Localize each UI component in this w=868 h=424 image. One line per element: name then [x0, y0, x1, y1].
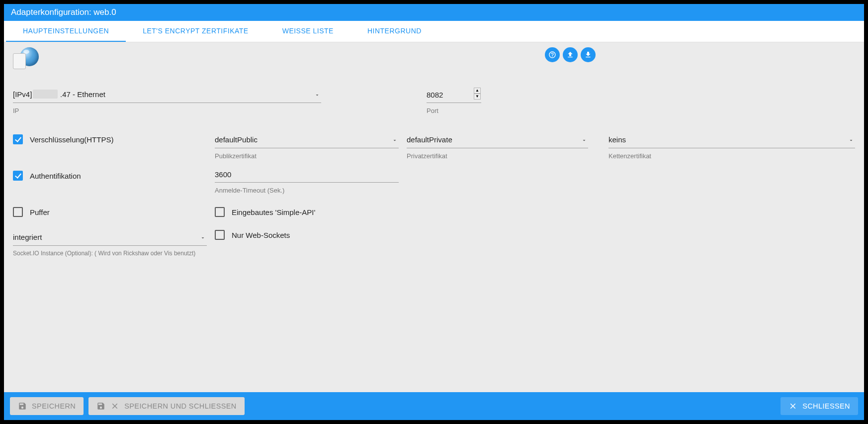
simple-api-checkbox-row: Eingebautes 'Simple-API' [215, 204, 399, 220]
private-cert-wrap: defaultPrivate Privatzertifikat [407, 131, 588, 160]
buffer-checkbox[interactable] [13, 207, 23, 217]
ip-redacted [33, 90, 58, 99]
ip-field-wrap: [IPv4] xxxxxxx.47 - Ethernet IP [13, 86, 321, 114]
ip-helper: IP [13, 107, 321, 114]
public-cert-select[interactable]: defaultPublic [215, 131, 399, 148]
save-label: SPEICHERN [32, 402, 76, 410]
public-cert-helper: Publikzertifikat [215, 152, 399, 160]
buffer-checkbox-row: Puffer [13, 204, 207, 220]
close-label: SCHLIESSEN [802, 402, 850, 410]
download-button[interactable] [581, 47, 596, 62]
ip-value-suffix: .47 - Ethernet [60, 90, 105, 99]
https-checkbox-row: Verschlüsselung(HTTPS) [13, 131, 207, 147]
port-input[interactable] [427, 86, 481, 103]
port-helper: Port [427, 107, 481, 114]
save-close-button[interactable]: SPEICHERN UND SCHLIESSEN [88, 397, 245, 415]
buffer-label: Puffer [30, 208, 50, 216]
socketio-wrap: integriert Socket.IO Instance (Optional)… [13, 229, 207, 257]
tabs-container: HAUPTEINSTELLUNGEN LET'S ENCRYPT ZERTIFI… [4, 21, 864, 42]
socketio-select[interactable]: integriert [13, 229, 207, 246]
top-actions [545, 47, 596, 62]
chain-cert-helper: Kettenzertifikat [608, 152, 855, 160]
help-button[interactable] [545, 47, 560, 62]
download-icon [584, 51, 592, 59]
ip-value-prefix: [IPv4] [13, 90, 34, 99]
private-cert-select[interactable]: defaultPrivate [407, 131, 588, 148]
login-timeout-input[interactable] [215, 166, 399, 183]
save-button[interactable]: SPEICHERN [10, 397, 84, 415]
port-field-wrap: ▲ ▼ Port [427, 86, 481, 114]
simple-api-label: Eingebautes 'Simple-API' [232, 208, 315, 216]
websockets-only-row: Nur Web-Sockets [215, 227, 399, 243]
port-step-down[interactable]: ▼ [474, 94, 481, 100]
tab-main-settings[interactable]: HAUPTEINSTELLUNGEN [6, 21, 126, 42]
tab-lets-encrypt[interactable]: LET'S ENCRYPT ZERTIFIKATE [126, 21, 265, 42]
public-cert-wrap: defaultPublic Publikzertifikat [215, 131, 399, 160]
upload-button[interactable] [563, 47, 578, 62]
title-bar: Adapterkonfiguration: web.0 [4, 4, 864, 21]
login-timeout-wrap: Anmelde-Timeout (Sek.) [215, 166, 399, 194]
auth-checkbox-row: Authentifikation [13, 168, 207, 184]
simple-api-checkbox[interactable] [215, 207, 225, 217]
https-label: Verschlüsselung(HTTPS) [30, 135, 113, 144]
window-title: Adapterkonfiguration: web.0 [11, 7, 116, 17]
tab-content: [IPv4] xxxxxxx.47 - Ethernet IP ▲ ▼ Port [4, 42, 864, 392]
upload-icon [566, 51, 574, 59]
tab-background[interactable]: HINTERGRUND [350, 21, 438, 42]
auth-label: Authentifikation [30, 172, 81, 180]
close-icon [110, 402, 119, 411]
auth-checkbox[interactable] [13, 171, 23, 181]
save-icon [96, 402, 105, 411]
form-grid: [IPv4] xxxxxxx.47 - Ethernet IP ▲ ▼ Port [13, 86, 855, 257]
https-checkbox[interactable] [13, 134, 23, 144]
socketio-helper: Socket.IO Instance (Optional): ( Wird vo… [13, 250, 207, 257]
close-button[interactable]: SCHLIESSEN [781, 397, 858, 415]
close-icon [788, 402, 797, 411]
help-icon [548, 51, 556, 59]
chain-cert-select[interactable]: keins [608, 131, 855, 148]
save-icon [18, 402, 27, 411]
port-step-up[interactable]: ▲ [474, 88, 481, 94]
ip-select[interactable]: [IPv4] xxxxxxx.47 - Ethernet [13, 86, 321, 103]
websockets-only-label: Nur Web-Sockets [232, 231, 290, 239]
tab-white-list[interactable]: WEISSE LISTE [265, 21, 350, 42]
adapter-logo [13, 47, 39, 69]
websockets-only-checkbox[interactable] [215, 230, 225, 240]
chain-cert-wrap: keins Kettenzertifikat [608, 131, 855, 160]
save-close-label: SPEICHERN UND SCHLIESSEN [124, 402, 237, 410]
footer: SPEICHERN SPEICHERN UND SCHLIESSEN SCHLI… [4, 392, 864, 420]
config-window: Adapterkonfiguration: web.0 HAUPTEINSTEL… [3, 3, 865, 421]
port-stepper: ▲ ▼ [474, 88, 481, 100]
login-timeout-helper: Anmelde-Timeout (Sek.) [215, 187, 399, 194]
private-cert-helper: Privatzertifikat [407, 152, 588, 160]
